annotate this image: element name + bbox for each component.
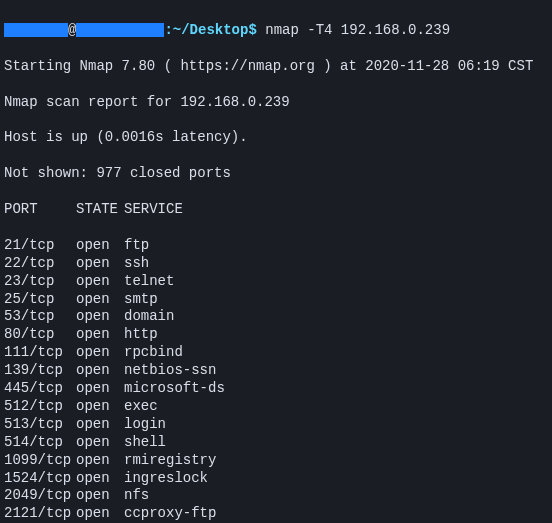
service-cell: rmiregistry xyxy=(124,452,548,470)
state-cell: open xyxy=(76,237,124,255)
state-cell: open xyxy=(76,487,124,505)
prompt-line-1: @:~/Desktop$ nmap -T4 192.168.0.239 xyxy=(4,22,548,40)
port-cell: 25/tcp xyxy=(4,291,76,309)
port-cell: 1099/tcp xyxy=(4,452,76,470)
port-cell: 21/tcp xyxy=(4,237,76,255)
port-row: 22/tcpopenssh xyxy=(4,255,548,273)
prompt-path: :~/Desktop$ xyxy=(164,22,256,38)
terminal-output[interactable]: @:~/Desktop$ nmap -T4 192.168.0.239 Star… xyxy=(4,4,548,523)
service-cell: smtp xyxy=(124,291,548,309)
service-cell: microsoft-ds xyxy=(124,380,548,398)
port-cell: 445/tcp xyxy=(4,380,76,398)
port-row: 23/tcpopentelnet xyxy=(4,273,548,291)
state-cell: open xyxy=(76,362,124,380)
service-cell: ingreslock xyxy=(124,470,548,488)
service-cell: rpcbind xyxy=(124,344,548,362)
port-header-row: PORTSTATESERVICE xyxy=(4,201,548,219)
not-shown-line: Not shown: 977 closed ports xyxy=(4,165,548,183)
port-list: 21/tcpopenftp22/tcpopenssh23/tcpopenteln… xyxy=(4,237,548,523)
port-cell: 2121/tcp xyxy=(4,505,76,523)
redacted-user xyxy=(4,23,68,37)
service-cell: ftp xyxy=(124,237,548,255)
port-cell: 80/tcp xyxy=(4,326,76,344)
port-row: 2049/tcpopennfs xyxy=(4,487,548,505)
port-cell: 111/tcp xyxy=(4,344,76,362)
state-cell: open xyxy=(76,380,124,398)
state-cell: open xyxy=(76,398,124,416)
port-row: 1099/tcpopenrmiregistry xyxy=(4,452,548,470)
state-cell: open xyxy=(76,308,124,326)
state-cell: open xyxy=(76,344,124,362)
state-cell: open xyxy=(76,452,124,470)
port-row: 2121/tcpopenccproxy-ftp xyxy=(4,505,548,523)
port-cell: 53/tcp xyxy=(4,308,76,326)
state-cell: open xyxy=(76,470,124,488)
port-row: 1524/tcpopeningreslock xyxy=(4,470,548,488)
redacted-host xyxy=(76,23,164,37)
port-row: 53/tcpopendomain xyxy=(4,308,548,326)
port-cell: 512/tcp xyxy=(4,398,76,416)
port-row: 513/tcpopenlogin xyxy=(4,416,548,434)
port-row: 445/tcpopenmicrosoft-ds xyxy=(4,380,548,398)
port-cell: 22/tcp xyxy=(4,255,76,273)
service-cell: telnet xyxy=(124,273,548,291)
port-cell: 1524/tcp xyxy=(4,470,76,488)
port-row: 514/tcpopenshell xyxy=(4,434,548,452)
state-cell: open xyxy=(76,273,124,291)
state-cell: open xyxy=(76,416,124,434)
service-cell: shell xyxy=(124,434,548,452)
port-cell: 2049/tcp xyxy=(4,487,76,505)
service-cell: exec xyxy=(124,398,548,416)
port-cell: 514/tcp xyxy=(4,434,76,452)
service-cell: nfs xyxy=(124,487,548,505)
state-cell: open xyxy=(76,291,124,309)
service-cell: http xyxy=(124,326,548,344)
header-state: STATE xyxy=(76,201,124,219)
nmap-start-line: Starting Nmap 7.80 ( https://nmap.org ) … xyxy=(4,58,548,76)
command-text: nmap -T4 192.168.0.239 xyxy=(257,22,450,38)
port-cell: 513/tcp xyxy=(4,416,76,434)
port-row: 139/tcpopennetbios-ssn xyxy=(4,362,548,380)
service-cell: domain xyxy=(124,308,548,326)
port-row: 25/tcpopensmtp xyxy=(4,291,548,309)
service-cell: netbios-ssn xyxy=(124,362,548,380)
service-cell: ccproxy-ftp xyxy=(124,505,548,523)
port-cell: 23/tcp xyxy=(4,273,76,291)
state-cell: open xyxy=(76,326,124,344)
state-cell: open xyxy=(76,255,124,273)
port-row: 21/tcpopenftp xyxy=(4,237,548,255)
state-cell: open xyxy=(76,434,124,452)
prompt-at: @ xyxy=(68,22,76,38)
host-up-line: Host is up (0.0016s latency). xyxy=(4,129,548,147)
header-port: PORT xyxy=(4,201,76,219)
nmap-report-line: Nmap scan report for 192.168.0.239 xyxy=(4,94,548,112)
port-row: 512/tcpopenexec xyxy=(4,398,548,416)
service-cell: login xyxy=(124,416,548,434)
port-cell: 139/tcp xyxy=(4,362,76,380)
header-service: SERVICE xyxy=(124,201,548,219)
port-row: 111/tcpopenrpcbind xyxy=(4,344,548,362)
port-row: 80/tcpopenhttp xyxy=(4,326,548,344)
state-cell: open xyxy=(76,505,124,523)
service-cell: ssh xyxy=(124,255,548,273)
